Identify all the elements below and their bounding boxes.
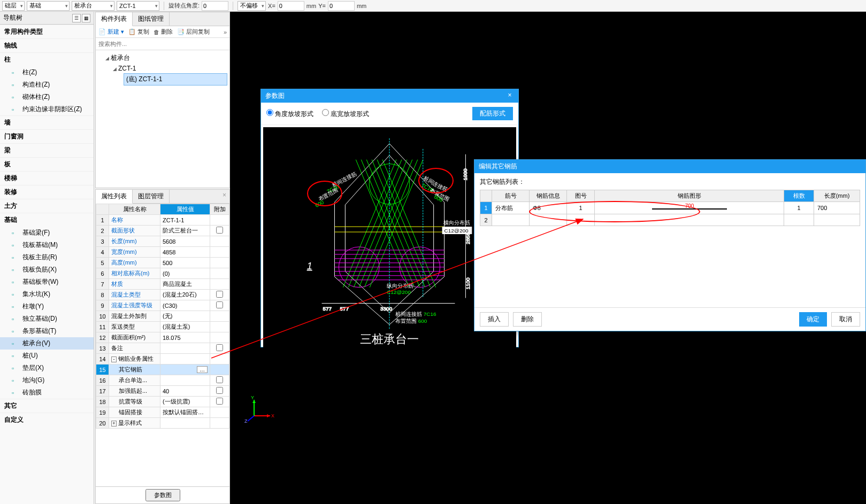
- nav-item[interactable]: ▫垫层(X): [0, 362, 94, 374]
- prop-row[interactable]: 2 截面形状 阶式三桩台一: [96, 226, 229, 236]
- delete-button[interactable]: 🗑删除: [154, 28, 173, 36]
- x-input[interactable]: [278, 1, 304, 11]
- nav-item[interactable]: ▫柱墩(Y): [0, 300, 94, 313]
- nav-group[interactable]: 柱: [0, 52, 94, 66]
- rebar-col[interactable]: 根数: [784, 190, 814, 202]
- close-icon[interactable]: ×: [505, 91, 514, 100]
- cancel-button[interactable]: 取消: [831, 312, 860, 327]
- tree-root[interactable]: ◢桩承台: [98, 52, 227, 64]
- nav-item[interactable]: ▫筏板主筋(R): [0, 251, 94, 263]
- tab-drawing-manage[interactable]: 图纸管理: [133, 12, 170, 26]
- more-icon[interactable]: »: [224, 29, 227, 35]
- nav-item[interactable]: ▫条形基础(T): [0, 325, 94, 337]
- prop-row[interactable]: 6 相对底标高(m) (0): [96, 268, 229, 279]
- nav-group[interactable]: 楼梯: [0, 171, 94, 185]
- nav-item[interactable]: ▫构造柱(Z): [0, 79, 94, 91]
- prop-row[interactable]: 17 加强筋起... 40: [96, 386, 229, 397]
- prop-row[interactable]: 15 其它钢筋 …: [96, 365, 229, 375]
- search-input[interactable]: [97, 39, 228, 49]
- nav-item[interactable]: ▫筏板基础(M): [0, 239, 94, 251]
- nav-item[interactable]: ▫筏板负筋(X): [0, 263, 94, 276]
- tab-layer-manage[interactable]: 图层管理: [133, 190, 170, 203]
- nav-group[interactable]: 梁: [0, 143, 94, 157]
- layer2-dropdown[interactable]: 基础: [27, 1, 70, 11]
- tree-leaf-selected[interactable]: (底) ZCT-1-1: [124, 73, 227, 86]
- prop-row[interactable]: 20 +显示样式: [96, 418, 229, 429]
- prop-row[interactable]: 11 泵送类型 (混凝土泵): [96, 322, 229, 332]
- rebar-col[interactable]: 长度(mm): [814, 190, 860, 202]
- layer-dropdown[interactable]: 础层: [2, 1, 25, 11]
- nav-group[interactable]: 土方: [0, 199, 94, 213]
- layer-copy-button[interactable]: 📑层间复制: [177, 28, 210, 36]
- prop-row[interactable]: 8 混凝土类型 (混凝土20石): [96, 290, 229, 300]
- y-input[interactable]: [328, 1, 355, 11]
- nav-view-grid-icon[interactable]: ▦: [82, 14, 90, 22]
- nav-item[interactable]: ▫地沟(G): [0, 374, 94, 386]
- prop-row[interactable]: 12 截面面积(m²) 18.075: [96, 332, 229, 343]
- offset-dropdown[interactable]: 不偏移: [237, 1, 266, 11]
- prop-row[interactable]: 10 混凝土外加剂 (无): [96, 311, 229, 322]
- rebar-col[interactable]: 钢筋信息: [530, 190, 567, 202]
- nav-group[interactable]: 板: [0, 157, 94, 171]
- tab-component-list[interactable]: 构件列表: [96, 12, 133, 26]
- prop-checkbox[interactable]: [216, 398, 223, 405]
- rebar-col[interactable]: 图号: [567, 190, 595, 202]
- prop-checkbox[interactable]: [216, 301, 223, 308]
- insert-button[interactable]: 插入: [480, 312, 509, 327]
- prop-row[interactable]: 14 -钢筋业务属性: [96, 354, 229, 365]
- nav-view-list-icon[interactable]: ☰: [72, 14, 81, 22]
- prop-checkbox[interactable]: [216, 291, 223, 298]
- nav-item[interactable]: ▫基础板带(W): [0, 276, 94, 288]
- prop-checkbox[interactable]: [216, 344, 223, 351]
- rebar-form-button[interactable]: 配筋形式: [472, 107, 513, 120]
- prop-row[interactable]: 4 宽度(mm) 4858: [96, 247, 229, 258]
- comp-dropdown[interactable]: ZCT-1: [117, 1, 159, 11]
- prop-row[interactable]: 1 名称 ZCT-1-1: [96, 215, 229, 226]
- tree-child[interactable]: ◢ZCT-1: [98, 64, 227, 73]
- prop-row[interactable]: 3 长度(mm) 5608: [96, 236, 229, 247]
- param-drawing-button[interactable]: 参数图: [145, 489, 180, 501]
- ellipsis-button[interactable]: …: [197, 366, 208, 373]
- copy-button[interactable]: 📋复制: [128, 28, 149, 36]
- prop-row[interactable]: 19 锚固搭接 按默认锚固搭接...: [96, 407, 229, 418]
- nav-group[interactable]: 基础: [0, 213, 94, 227]
- nav-group[interactable]: 其它: [0, 399, 94, 413]
- tab-property-list[interactable]: 属性列表: [96, 190, 133, 204]
- prop-row[interactable]: 16 承台单边...: [96, 375, 229, 386]
- radio-angle-slope[interactable]: 角度放坡形式: [266, 110, 313, 118]
- prop-row[interactable]: 7 材质 商品混凝土: [96, 279, 229, 290]
- prop-close-icon[interactable]: ×: [219, 190, 229, 203]
- nav-item[interactable]: ▫集水坑(K): [0, 288, 94, 300]
- prop-row[interactable]: 5 高度(mm) 500: [96, 258, 229, 268]
- comp-type-dropdown[interactable]: 桩承台: [72, 1, 114, 11]
- prop-row[interactable]: 18 抗震等级 (一级抗震): [96, 397, 229, 407]
- new-button[interactable]: 📄新建 ▾: [98, 28, 124, 36]
- prop-checkbox[interactable]: [216, 227, 223, 234]
- delete-row-button[interactable]: 删除: [513, 312, 542, 327]
- ok-button[interactable]: 确定: [799, 312, 827, 327]
- prop-row[interactable]: 9 混凝土强度等级 (C30): [96, 300, 229, 311]
- nav-section-common[interactable]: 常用构件类型: [0, 25, 94, 38]
- rebar-row[interactable]: 1 分布筋 Φ8 1 700 1 700: [480, 202, 860, 214]
- radio-bottom-width-slope[interactable]: 底宽放坡形式: [322, 110, 369, 118]
- rebar-row-empty[interactable]: 2: [480, 214, 860, 226]
- prop-row[interactable]: 13 备注: [96, 343, 229, 354]
- nav-item[interactable]: ▫桩承台(V): [0, 337, 94, 350]
- rebar-col[interactable]: 筋号: [492, 190, 530, 202]
- nav-item[interactable]: ▫桩(U): [0, 350, 94, 362]
- prop-checkbox[interactable]: [216, 387, 223, 394]
- rebar-col[interactable]: 钢筋图形: [595, 190, 784, 202]
- rebar-col[interactable]: [480, 190, 492, 202]
- nav-group[interactable]: 门窗洞: [0, 129, 94, 143]
- nav-item[interactable]: ▫砖胎膜: [0, 386, 94, 399]
- nav-group[interactable]: 自定义: [0, 413, 94, 427]
- prop-checkbox[interactable]: [216, 376, 223, 383]
- nav-item[interactable]: ▫砌体柱(Z): [0, 91, 94, 103]
- nav-section-axis[interactable]: 轴线: [0, 38, 94, 52]
- dlg2-titlebar[interactable]: 编辑其它钢筋: [474, 160, 865, 173]
- dlg1-titlebar[interactable]: 参数图 ×: [261, 89, 518, 103]
- rotation-input[interactable]: [202, 1, 228, 11]
- nav-item[interactable]: ▫柱(Z): [0, 66, 94, 79]
- nav-item[interactable]: ▫基础梁(F): [0, 227, 94, 239]
- nav-item[interactable]: ▫独立基础(D): [0, 313, 94, 325]
